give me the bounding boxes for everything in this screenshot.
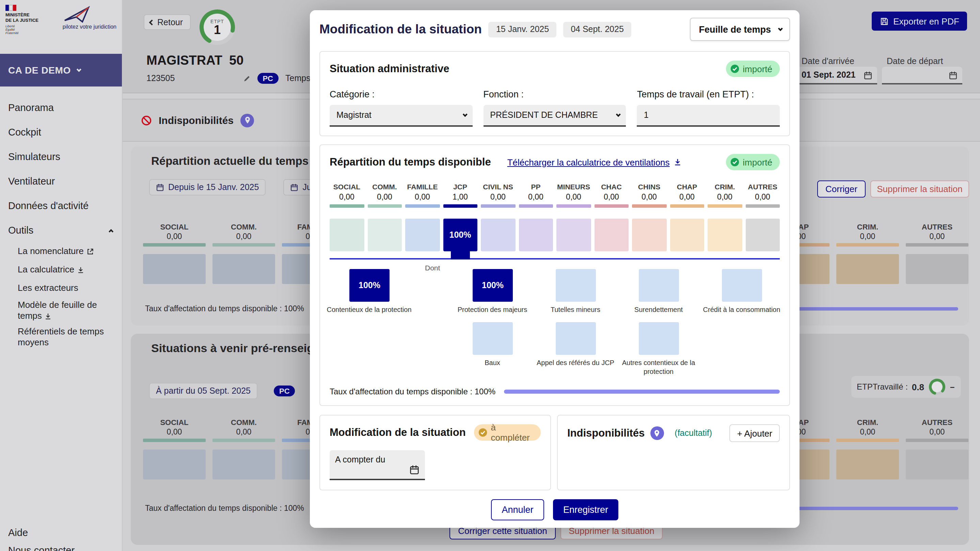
card-repartition: Répartition du temps disponible Téléchar… <box>320 144 790 406</box>
ventilation-percent-box[interactable] <box>594 219 628 251</box>
app-root: MINISTÈRE DE LA JUSTICE Liberté Égalité … <box>0 0 980 551</box>
column-color-strip <box>708 204 742 208</box>
temps-travail-value: 1 <box>644 110 649 120</box>
save-button[interactable]: Enregistrer <box>553 499 618 520</box>
temps-travail-input[interactable]: 1 <box>637 105 780 127</box>
location-pin-icon <box>650 426 663 440</box>
column-value: 0,00 <box>368 193 402 201</box>
card-modification-situation: Modification de la situation à compléter… <box>320 415 551 490</box>
subventilation-box[interactable] <box>639 322 679 355</box>
ventilation-box-row: 100% <box>329 219 780 251</box>
subventilation-baux: Baux <box>473 322 513 368</box>
column-label: CHAP <box>670 183 704 191</box>
column-color-strip <box>405 204 440 208</box>
repartition-section-title: Répartition du temps disponible <box>329 156 491 168</box>
subventilation-label: Contentieux de la protection <box>325 306 414 314</box>
modal-date-end-chip: 04 Sept. 2025 <box>563 21 631 37</box>
temps-travail-label: Temps de travail (en ETPT) : <box>637 89 780 99</box>
column-color-strip <box>368 204 402 208</box>
subventilation-label: Baux <box>448 359 537 368</box>
subventilation-box[interactable]: 100% <box>349 269 390 302</box>
ventilation-percent-box[interactable] <box>329 219 364 251</box>
subventilation-label: Crédit à la consommation <box>697 306 786 314</box>
column-value: 0,00 <box>329 193 364 201</box>
ventilation-column-header: MINEURS 0,00 <box>557 183 591 208</box>
taux-label: Taux d'affectation du temps disponible :… <box>329 387 495 397</box>
field-categorie: Catégorie : Magistrat <box>329 89 472 127</box>
column-label: FAMILLE <box>405 183 440 191</box>
calendar-icon <box>409 465 420 475</box>
add-button-label: + Ajouter <box>737 428 772 438</box>
subventilation-label: Autres contentieux de la protection <box>614 359 703 376</box>
check-circle-icon <box>478 428 488 437</box>
modal-header: Modification de la situation 15 Janv. 20… <box>320 10 790 48</box>
column-label: AUTRES <box>745 183 780 191</box>
taux-progress-bar <box>504 390 780 394</box>
subventilation-protection-majeurs: 100% Protection des majeurs <box>473 269 513 314</box>
ventilation-percent-box[interactable] <box>745 219 780 251</box>
fonction-select[interactable]: PRÉSIDENT DE CHAMBRE <box>483 105 626 127</box>
ventilation-column-header: FAMILLE 0,00 <box>405 183 440 208</box>
ventilation-percent-box[interactable] <box>519 219 553 251</box>
column-value: 1,00 <box>443 193 477 201</box>
subventilation-box[interactable] <box>556 322 596 355</box>
feuille-de-temps-dropdown[interactable]: Feuille de temps <box>690 18 790 41</box>
modal-taux-row: Taux d'affectation du temps disponible :… <box>329 387 780 397</box>
subventilation-box[interactable] <box>473 322 513 355</box>
modal-title: Modification de la situation <box>320 22 482 37</box>
status-badge-importe: importé <box>725 61 780 77</box>
ventilation-percent-box[interactable] <box>708 219 742 251</box>
feuille-de-temps-label: Feuille de temps <box>699 24 771 34</box>
subventilation-box[interactable] <box>722 269 762 302</box>
column-color-strip <box>594 204 628 208</box>
column-color-strip <box>481 204 515 208</box>
card-indisponibilites: Indisponibilités (facultatif) + Ajouter <box>557 415 790 490</box>
indispo-section-title: Indisponibilités <box>567 427 644 439</box>
ventilation-column-header: JCP 1,00 <box>443 183 477 208</box>
ventilation-percent-box[interactable]: 100% <box>443 219 477 251</box>
cancel-button[interactable]: Annuler <box>491 499 544 520</box>
column-label: JCP <box>443 183 477 191</box>
download-calculatrice-link[interactable]: Télécharger la calculatrice de ventilati… <box>508 157 682 167</box>
modification-section-title: Modification de la situation <box>329 426 466 439</box>
subventilation-surendettement: Surendettement <box>639 269 679 314</box>
field-fonction: Fonction : PRÉSIDENT DE CHAMBRE <box>483 89 626 127</box>
subventilation-box[interactable] <box>556 269 596 302</box>
column-color-strip <box>519 204 553 208</box>
ventilation-percent-box[interactable] <box>670 219 704 251</box>
ventilation-column-header: COMM. 0,00 <box>368 183 402 208</box>
admin-section-title: Situation administrative <box>329 63 449 75</box>
ventilation-percent-box[interactable] <box>557 219 591 251</box>
subventilation-box[interactable]: 100% <box>473 269 513 302</box>
status-badge-importe: importé <box>725 154 780 170</box>
ventilation-percent-box[interactable] <box>368 219 402 251</box>
column-color-strip <box>745 204 780 208</box>
ventilation-column-header: AUTRES 0,00 <box>745 183 780 208</box>
categorie-label: Catégorie : <box>329 89 472 99</box>
ventilation-percent-box[interactable] <box>632 219 667 251</box>
subventilation-contentieux-protection: 100% Contentieux de la protection <box>349 269 390 314</box>
field-temps-travail: Temps de travail (en ETPT) : 1 <box>637 89 780 127</box>
ventilation-percent-box[interactable] <box>481 219 515 251</box>
subventilation-label: Protection des majeurs <box>448 306 537 314</box>
save-label: Enregistrer <box>563 505 608 515</box>
ventilation-column-header: CIVIL NS 0,00 <box>481 183 515 208</box>
categorie-value: Magistrat <box>336 110 372 120</box>
ventilation-column-header: CHAP 0,00 <box>670 183 704 208</box>
column-value: 0,00 <box>745 193 780 201</box>
ventilation-column-header: PP 0,00 <box>519 183 553 208</box>
add-indisponibilite-button[interactable]: + Ajouter <box>730 424 780 442</box>
sub-ventilation-area: Dont 100% Contentieux de la protection 1… <box>329 260 780 385</box>
check-circle-icon <box>730 157 739 167</box>
ventilation-percent-box[interactable] <box>405 219 440 251</box>
column-value: 0,00 <box>594 193 628 201</box>
facultatif-label: (facultatif) <box>675 428 712 438</box>
subventilation-tutelles-mineurs: Tutelles mineurs <box>556 269 596 314</box>
chevron-down-icon <box>616 112 621 116</box>
column-color-strip <box>443 204 477 208</box>
modal-modification-situation: Modification de la situation 15 Janv. 20… <box>310 10 800 528</box>
subventilation-box[interactable] <box>639 269 679 302</box>
a-compter-du-input[interactable]: A compter du <box>329 450 425 480</box>
categorie-select[interactable]: Magistrat <box>329 105 472 127</box>
column-value: 0,00 <box>481 193 515 201</box>
